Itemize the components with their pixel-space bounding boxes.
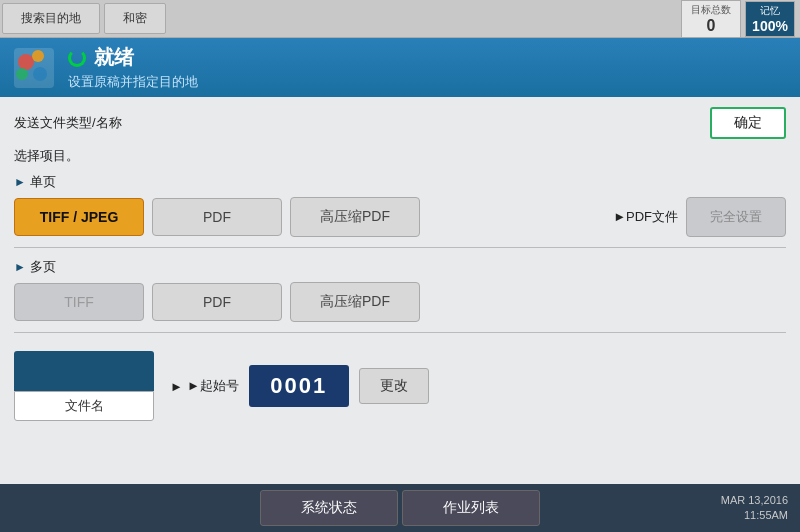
filename-blue-area [14,351,154,391]
status-subtitle: 设置原稿并指定目的地 [68,73,788,91]
start-num-arrow: ► [170,379,183,394]
filename-label: 文件名 [14,391,154,421]
logo-icon [12,46,56,90]
section-divider [14,247,786,248]
change-button[interactable]: 更改 [359,368,429,404]
single-page-arrow: ► [14,175,26,189]
taskbar-date: MAR 13,2016 [721,493,788,508]
search-destination-btn[interactable]: 搜索目的地 [2,3,100,34]
detail-settings-button: 完全设置 [686,197,786,237]
bottom-divider [14,332,786,333]
status-header: 就绪 设置原稿并指定目的地 [0,38,800,97]
single-page-buttons: TIFF / JPEG PDF 高压缩PDF ►PDF文件 完全设置 [14,197,786,237]
confirm-button[interactable]: 确定 [710,107,786,139]
target-count-box: 目标总数 0 [681,0,741,38]
file-type-label: 发送文件类型/名称 [14,114,700,132]
select-items-label: 选择项目。 [14,147,786,165]
multi-page-buttons: TIFF PDF 高压缩PDF [14,282,786,322]
multi-page-label: 多页 [30,258,56,276]
highcomp-pdf-single-button[interactable]: 高压缩PDF [290,197,420,237]
taskbar: 系统状态 作业列表 MAR 13,2016 11:55AM [0,484,800,532]
memory-value: 100% [752,18,788,34]
file-type-row: 发送文件类型/名称 确定 [14,107,786,139]
taskbar-datetime: MAR 13,2016 11:55AM [721,493,788,524]
pdf-multi-button[interactable]: PDF [152,283,282,321]
status-indicator [68,49,86,67]
status-text-area: 就绪 设置原稿并指定目的地 [68,44,788,91]
memory-box: 记忆 100% [745,1,795,37]
number-display: 0001 [249,365,349,407]
tiff-jpeg-button[interactable]: TIFF / JPEG [14,198,144,236]
svg-point-2 [32,50,44,62]
filename-area: 文件名 [14,351,154,421]
status-title-text: 就绪 [94,44,134,71]
multi-page-arrow: ► [14,260,26,274]
multi-page-header: ► 多页 [14,258,786,276]
target-count-value: 0 [688,17,734,35]
pdf-single-button[interactable]: PDF [152,198,282,236]
pdf-file-section: ►PDF文件 完全设置 [613,197,786,237]
main-content: 发送文件类型/名称 确定 选择项目。 ► 单页 TIFF / JPEG PDF … [0,97,800,484]
svg-point-4 [33,67,47,81]
bottom-section: 文件名 ► ►起始号 0001 更改 [14,343,786,425]
job-list-button[interactable]: 作业列表 [402,490,540,526]
status-title: 就绪 [68,44,788,71]
target-count-label: 目标总数 [688,3,734,17]
密码-btn[interactable]: 和密 [104,3,166,34]
system-status-button[interactable]: 系统状态 [260,490,398,526]
start-num-label: ► ►起始号 [170,377,239,395]
svg-point-3 [16,68,28,80]
svg-point-1 [18,54,34,70]
taskbar-time-value: 11:55AM [721,508,788,523]
single-page-label: 单页 [30,173,56,191]
multi-page-section: ► 多页 TIFF PDF 高压缩PDF [14,258,786,322]
single-page-header: ► 单页 [14,173,786,191]
top-navigation: 搜索目的地 和密 目标总数 0 记忆 100% [0,0,800,38]
single-page-section: ► 单页 TIFF / JPEG PDF 高压缩PDF ►PDF文件 完全设置 [14,173,786,237]
start-num-text: ►起始号 [187,377,239,395]
highcomp-pdf-multi-button[interactable]: 高压缩PDF [290,282,420,322]
start-number-row: ► ►起始号 0001 更改 [170,365,786,407]
tiff-multi-button[interactable]: TIFF [14,283,144,321]
memory-label: 记忆 [752,4,788,18]
pdf-file-label: ►PDF文件 [613,208,678,226]
